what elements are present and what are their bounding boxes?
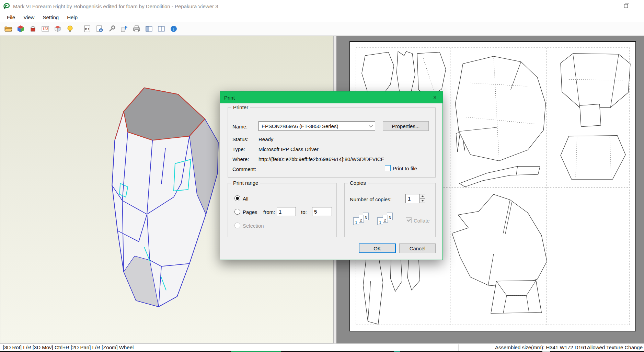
cancel-button[interactable]: Cancel — [399, 243, 436, 253]
svg-text:123: 123 — [43, 27, 48, 31]
spin-up-button[interactable] — [420, 194, 425, 198]
layout-left-icon[interactable] — [143, 24, 154, 34]
light-icon[interactable] — [65, 24, 76, 34]
properties-button[interactable]: Properties... — [383, 121, 429, 131]
layout-both-glyph — [157, 25, 165, 33]
page-number-icon[interactable]: P.1 — [82, 24, 93, 34]
menu-file[interactable]: File — [3, 13, 19, 21]
printer-status-label: Status: — [232, 136, 249, 142]
show-3d-cube-icon[interactable] — [15, 24, 26, 34]
menu-setting[interactable]: Setting — [38, 13, 63, 21]
pattern-piece — [417, 52, 446, 97]
minimize-button[interactable] — [596, 0, 611, 12]
printer-where-label: Where: — [232, 156, 249, 162]
copies-input[interactable] — [405, 194, 420, 203]
texture-paint-icon[interactable] — [27, 24, 38, 34]
copies-number-label: Number of copies: — [350, 196, 392, 202]
print-icon[interactable] — [131, 24, 142, 34]
flaps-cube-icon[interactable] — [52, 24, 63, 34]
pick-part-icon[interactable] — [119, 24, 130, 34]
model-face-top — [124, 88, 205, 140]
menu-help[interactable]: Help — [63, 13, 82, 21]
spin-down-button[interactable] — [420, 198, 425, 203]
edge-id-glyph: 123 — [41, 25, 49, 33]
copies-group-label: Copies — [348, 180, 368, 186]
menubar: File View Setting Help — [0, 12, 644, 22]
printer-type-label: Type: — [232, 146, 245, 152]
app-logo-icon — [3, 2, 10, 10]
layout-left-glyph — [145, 25, 153, 33]
range-selection-radio[interactable] — [234, 223, 240, 228]
print-dialog: Print × Printer Name: EPSON2B69A6 (ET-38… — [220, 91, 443, 260]
paint-glyph — [29, 25, 37, 33]
pattern-piece — [452, 194, 547, 287]
range-pages-radio[interactable] — [234, 209, 240, 215]
toolbar: 123 P.1 — [0, 22, 644, 36]
print-setting-icon[interactable] — [94, 24, 105, 34]
info-icon[interactable]: i — [168, 24, 179, 34]
wrench-glyph — [108, 25, 116, 33]
pages-from-input[interactable] — [277, 207, 296, 216]
pattern-piece — [390, 255, 402, 291]
range-selection-label: Selection — [243, 223, 264, 229]
ok-button[interactable]: OK — [359, 243, 396, 253]
range-pages-label: Pages — [243, 209, 257, 215]
print-dialog-titlebar[interactable]: Print × — [220, 92, 442, 103]
printer-name-value: EPSON2B69A6 (ET-3850 Series) — [262, 123, 367, 129]
print-to-file-label: Print to file — [393, 166, 417, 171]
svg-text:i: i — [173, 26, 174, 32]
range-all-label: All — [243, 196, 249, 202]
statusbar: [3D Rot] L/R [3D Mov] Ctrl+R [2D Pan] L/… — [0, 343, 644, 351]
menu-view[interactable]: View — [19, 13, 38, 21]
close-icon: × — [433, 94, 437, 101]
pages-to-label: to: — [301, 209, 307, 215]
window-title: Mark VI Forearm Right by Robogenisis edi… — [13, 3, 218, 9]
pages-from-label: from: — [263, 209, 275, 215]
flaps-glyph — [54, 25, 62, 33]
chevron-down-icon — [367, 122, 375, 130]
edge-id-icon[interactable]: 123 — [40, 24, 51, 34]
page-gear-glyph — [95, 25, 104, 33]
copies-group: Copies — [344, 183, 436, 237]
spin-down-icon — [421, 200, 424, 202]
info-glyph: i — [170, 25, 178, 33]
print-dialog-title: Print — [224, 95, 235, 101]
cube-glyph — [16, 25, 25, 33]
printer-name-label: Name: — [232, 124, 248, 129]
pattern-piece — [456, 132, 460, 152]
pattern-piece — [561, 54, 630, 107]
pages-to-input[interactable] — [312, 207, 332, 216]
pattern-piece — [362, 52, 394, 96]
close-button[interactable]: × — [427, 92, 442, 103]
bulb-glyph — [66, 25, 74, 33]
status-hints: [3D Rot] L/R [3D Mov] Ctrl+R [2D Pan] L/… — [3, 344, 134, 350]
collate-label: Collate — [414, 218, 430, 224]
assembled-size: Assembled size(mm): H341 W172 D161 — [495, 344, 587, 350]
printer-status-value: Ready — [258, 136, 273, 142]
printer-name-select[interactable]: EPSON2B69A6 (ET-3850 Series) — [258, 121, 375, 131]
printer-type-value: Microsoft IPP Class Driver — [258, 146, 319, 152]
print-range-group-label: Print range — [231, 180, 260, 186]
status-size-info: Assembled size(mm): H341 W172 D161Allowe… — [495, 344, 643, 350]
printer-comment-label: Comment: — [232, 166, 256, 172]
print-to-file-checkbox[interactable] — [385, 165, 391, 171]
restore-button[interactable] — [618, 0, 634, 12]
cube-flag-glyph — [120, 25, 128, 33]
range-all-radio[interactable] — [234, 195, 240, 201]
ok-button-label: OK — [373, 246, 381, 251]
printer-glyph — [133, 25, 141, 33]
svg-text:P.1: P.1 — [85, 27, 89, 31]
pattern-piece — [561, 136, 625, 179]
minimize-icon — [601, 6, 606, 6]
p1-glyph: P.1 — [83, 25, 91, 33]
collate-checkbox[interactable] — [406, 217, 412, 223]
pattern-piece — [363, 255, 383, 324]
wrench-icon[interactable] — [106, 24, 117, 34]
titlebar[interactable]: Mark VI Forearm Right by Robogenisis edi… — [0, 0, 644, 12]
open-file-icon[interactable] — [3, 24, 14, 34]
cancel-button-label: Cancel — [410, 246, 426, 251]
pattern-piece — [459, 166, 540, 187]
layout-both-icon[interactable] — [156, 24, 167, 34]
texture-status: Allowed Texture Change — [587, 344, 643, 350]
spin-up-icon — [421, 195, 424, 197]
